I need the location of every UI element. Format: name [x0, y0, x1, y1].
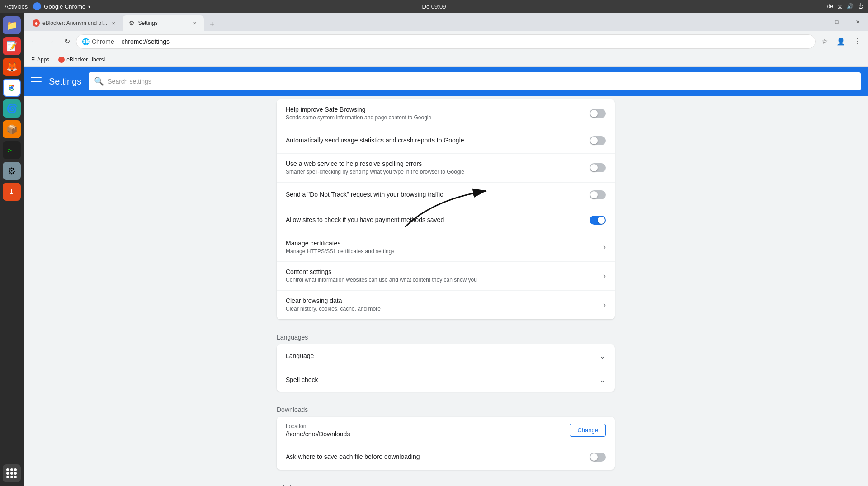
- change-location-button[interactable]: Change: [570, 424, 606, 437]
- app-menu-arrow[interactable]: ▾: [88, 4, 90, 9]
- settings-title: Settings: [49, 76, 81, 87]
- row-manage-certs-title: Manage certificates: [286, 240, 603, 247]
- url-favicon: 🌐: [82, 38, 89, 45]
- tab-settings[interactable]: ⚙ Settings ✕: [123, 15, 204, 31]
- os-topbar-left: Activities Google Chrome ▾: [5, 2, 90, 10]
- tab-title-eblocker: eBlocker: Anonym und of...: [42, 20, 107, 26]
- row-clear-browsing[interactable]: Clear browsing data Clear history, cooki…: [277, 291, 615, 319]
- power-icon[interactable]: ⏻: [858, 3, 863, 9]
- toggle-usage-stats[interactable]: [590, 136, 606, 145]
- row-language[interactable]: Language ⌄: [277, 344, 615, 368]
- location-path: /home/cmo/Downloads: [286, 430, 570, 438]
- dock-item-chrome[interactable]: [3, 79, 21, 97]
- dock-item-system-settings[interactable]: ⚙: [3, 162, 21, 180]
- os-topbar-center: Do 09:09: [422, 3, 446, 10]
- dock-item-notes[interactable]: 📝: [3, 37, 21, 55]
- dock-item-firefox[interactable]: 🦊: [3, 58, 21, 76]
- row-manage-certs[interactable]: Manage certificates Manage HTTPS/SSL cer…: [277, 233, 615, 262]
- network-icon: ⧖: [838, 3, 842, 10]
- manage-certs-chevron: ›: [603, 242, 606, 251]
- toggle-do-not-track[interactable]: [590, 190, 606, 199]
- search-placeholder: Search settings: [108, 78, 151, 85]
- os-topbar-right: de ⧖ 🔊 ⏻: [827, 3, 863, 10]
- close-button[interactable]: ✕: [847, 13, 868, 31]
- dock-item-vpn[interactable]: 🌀: [3, 99, 21, 118]
- account-button[interactable]: 👤: [834, 34, 848, 49]
- row-ask-save: Ask where to save each file before downl…: [277, 444, 615, 470]
- bookmarks-bar: ⠿ Apps eBlocker Übersi...: [24, 52, 868, 67]
- tab-eblocker[interactable]: e eBlocker: Anonym und of... ✕: [27, 15, 123, 31]
- os-dock: 📁 📝 🦊 🌀 📦 >_ ⚙: [0, 13, 24, 486]
- row-clear-browsing-title: Clear browsing data: [286, 297, 603, 304]
- page-wrapper: Activities Google Chrome ▾ Do 09:09 de ⧖…: [0, 0, 868, 486]
- url-path: chrome://settings: [121, 38, 170, 45]
- row-content-settings[interactable]: Content settings Control what informatio…: [277, 262, 615, 291]
- toggle-thumb: [590, 110, 598, 117]
- printing-section-title: Printing: [269, 477, 622, 486]
- os-topbar: Activities Google Chrome ▾ Do 09:09 de ⧖…: [0, 0, 868, 13]
- bookmark-apps-label: Apps: [37, 57, 49, 63]
- url-bar[interactable]: 🌐 Chrome | chrome://settings: [76, 34, 816, 49]
- bookmark-star-button[interactable]: ☆: [817, 34, 832, 49]
- back-button[interactable]: ←: [27, 34, 42, 49]
- dock-item-mixer[interactable]: 🎚: [3, 183, 21, 201]
- tab-close-settings[interactable]: ✕: [191, 19, 198, 27]
- audio-icon[interactable]: 🔊: [847, 3, 854, 9]
- settings-search-bar[interactable]: 🔍 Search settings: [89, 72, 861, 90]
- row-do-not-track-title: Send a "Do Not Track" request with your …: [286, 191, 590, 198]
- toggle-payment-methods[interactable]: [590, 216, 606, 225]
- row-ask-save-title: Ask where to save each file before downl…: [286, 453, 590, 460]
- url-origin: Chrome: [92, 38, 114, 45]
- content-settings-chevron: ›: [603, 271, 606, 280]
- new-tab-button[interactable]: +: [206, 18, 218, 31]
- forward-button[interactable]: →: [43, 34, 58, 49]
- row-spell-check-title: Use a web service to help resolve spelli…: [286, 160, 590, 167]
- address-bar: ← → ↻ 🌐 Chrome | chrome://settings ☆ 👤 ⋮: [24, 31, 868, 52]
- reload-button[interactable]: ↻: [60, 34, 74, 49]
- menu-button[interactable]: ⋮: [850, 34, 864, 49]
- privacy-card: Help improve Safe Browsing Sends some sy…: [277, 99, 615, 319]
- activities-label[interactable]: Activities: [5, 3, 28, 10]
- clock: Do 09:09: [422, 3, 446, 10]
- apps-grid-icon: [6, 468, 17, 478]
- app-name-label: Google Chrome: [44, 3, 85, 10]
- dock-item-apps-grid[interactable]: [3, 464, 21, 482]
- clear-browsing-chevron: ›: [603, 300, 606, 309]
- window-controls: ─ □ ✕: [806, 13, 868, 31]
- spell-check-chevron: ⌄: [599, 375, 606, 385]
- maximize-button[interactable]: □: [826, 13, 847, 31]
- svg-point-2: [10, 86, 13, 89]
- tab-close-eblocker[interactable]: ✕: [110, 19, 117, 27]
- tab-favicon-eblocker: e: [33, 19, 40, 27]
- bookmark-eblocker[interactable]: eBlocker Übersi...: [55, 55, 113, 65]
- dock-item-files[interactable]: 📁: [3, 16, 21, 34]
- row-location: Location /home/cmo/Downloads Change: [277, 417, 615, 444]
- row-payment-methods: Allow sites to check if you have payment…: [277, 208, 615, 233]
- dock-item-software[interactable]: 📦: [3, 120, 21, 138]
- tab-bar: e eBlocker: Anonym und of... ✕ ⚙ Setting…: [24, 13, 868, 31]
- languages-section-title: Languages: [269, 326, 622, 344]
- row-spell-check-lang[interactable]: Spell check ⌄: [277, 368, 615, 392]
- row-content-settings-title: Content settings: [286, 268, 603, 275]
- minimize-button[interactable]: ─: [806, 13, 826, 31]
- bookmark-eblocker-label: eBlocker Übersi...: [66, 57, 109, 63]
- app-indicator: Google Chrome ▾: [33, 2, 90, 10]
- search-icon: 🔍: [94, 76, 104, 86]
- row-manage-certs-desc: Manage HTTPS/SSL certificates and settin…: [286, 248, 603, 255]
- address-right-icons: ☆ 👤 ⋮: [817, 34, 864, 49]
- bookmark-eblocker-icon: [58, 57, 65, 63]
- settings-layout: Settings 🔍 Search settings Help improve …: [24, 67, 868, 486]
- toggle-ask-save[interactable]: [590, 453, 606, 462]
- row-content-settings-desc: Control what information websites can us…: [286, 276, 603, 284]
- languages-card: Language ⌄ Spell check ⌄: [277, 344, 615, 392]
- settings-header: Settings 🔍 Search settings: [24, 67, 868, 96]
- dock-item-terminal[interactable]: >_: [3, 141, 21, 159]
- toggle-spell-check[interactable]: [590, 163, 606, 172]
- language-indicator[interactable]: de: [827, 3, 833, 9]
- row-clear-browsing-desc: Clear history, cookies, cache, and more: [286, 305, 603, 313]
- hamburger-menu[interactable]: [31, 76, 42, 87]
- tab-favicon-settings: ⚙: [128, 19, 135, 27]
- bookmark-apps[interactable]: ⠿ Apps: [27, 54, 53, 65]
- toggle-help-improve[interactable]: [590, 109, 606, 118]
- row-spell-check: Use a web service to help resolve spelli…: [277, 154, 615, 183]
